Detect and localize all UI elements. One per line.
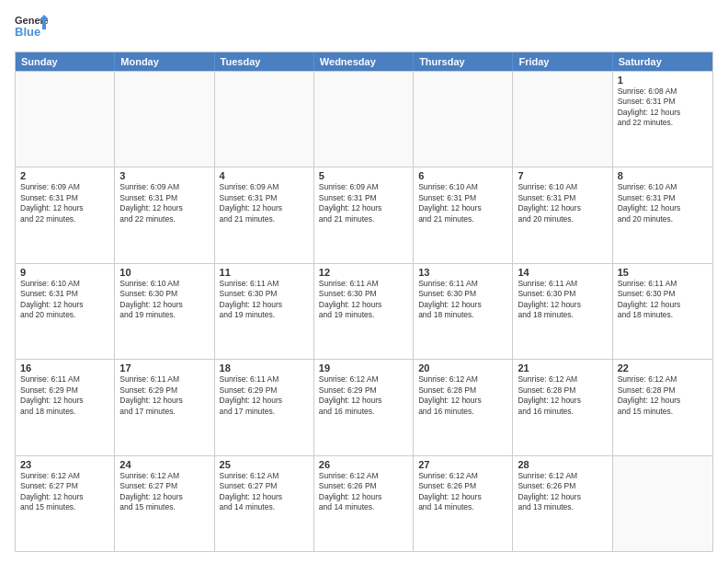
logo: General Blue [15, 11, 48, 44]
day-cell-26: 26Sunrise: 6:12 AM Sunset: 6:26 PM Dayli… [314, 456, 414, 551]
day-cell-16: 16Sunrise: 6:11 AM Sunset: 6:29 PM Dayli… [16, 360, 115, 454]
day-info: Sunrise: 6:09 AM Sunset: 6:31 PM Dayligh… [319, 182, 408, 224]
day-header-thursday: Thursday [414, 52, 513, 71]
logo-svg: General Blue [15, 11, 48, 44]
day-number: 20 [418, 362, 507, 373]
day-number: 12 [319, 267, 408, 278]
day-cell-12: 12Sunrise: 6:11 AM Sunset: 6:30 PM Dayli… [314, 264, 414, 359]
day-info: Sunrise: 6:11 AM Sunset: 6:30 PM Dayligh… [418, 279, 507, 321]
day-number: 2 [20, 170, 109, 181]
day-info: Sunrise: 6:10 AM Sunset: 6:31 PM Dayligh… [418, 182, 507, 224]
day-info: Sunrise: 6:11 AM Sunset: 6:30 PM Dayligh… [220, 279, 309, 321]
day-cell-14: 14Sunrise: 6:11 AM Sunset: 6:30 PM Dayli… [513, 264, 612, 359]
day-info: Sunrise: 6:12 AM Sunset: 6:28 PM Dayligh… [418, 374, 507, 417]
day-cell-21: 21Sunrise: 6:12 AM Sunset: 6:28 PM Dayli… [513, 360, 612, 454]
day-cell-23: 23Sunrise: 6:12 AM Sunset: 6:27 PM Dayli… [16, 456, 115, 551]
day-cell-15: 15Sunrise: 6:11 AM Sunset: 6:30 PM Dayli… [613, 264, 712, 359]
week-row-2: 2Sunrise: 6:09 AM Sunset: 6:31 PM Daylig… [16, 167, 712, 262]
day-number: 23 [20, 459, 109, 470]
day-info: Sunrise: 6:11 AM Sunset: 6:30 PM Dayligh… [518, 279, 607, 321]
day-cell-22: 22Sunrise: 6:12 AM Sunset: 6:28 PM Dayli… [613, 360, 712, 454]
day-cell-17: 17Sunrise: 6:11 AM Sunset: 6:29 PM Dayli… [115, 360, 214, 454]
day-number: 6 [418, 170, 507, 181]
day-cell-28: 28Sunrise: 6:12 AM Sunset: 6:26 PM Dayli… [513, 456, 612, 551]
day-info: Sunrise: 6:10 AM Sunset: 6:31 PM Dayligh… [20, 279, 109, 321]
day-cell-empty [613, 456, 712, 551]
day-cell-11: 11Sunrise: 6:11 AM Sunset: 6:30 PM Dayli… [215, 264, 314, 359]
day-number: 17 [119, 362, 209, 373]
day-info: Sunrise: 6:12 AM Sunset: 6:29 PM Dayligh… [319, 374, 408, 417]
day-cell-9: 9Sunrise: 6:10 AM Sunset: 6:31 PM Daylig… [16, 264, 115, 359]
day-info: Sunrise: 6:11 AM Sunset: 6:29 PM Dayligh… [220, 374, 309, 417]
day-header-tuesday: Tuesday [215, 52, 314, 71]
day-info: Sunrise: 6:12 AM Sunset: 6:27 PM Dayligh… [220, 471, 309, 513]
day-info: Sunrise: 6:12 AM Sunset: 6:28 PM Dayligh… [518, 374, 607, 417]
day-number: 25 [220, 459, 309, 470]
day-cell-4: 4Sunrise: 6:09 AM Sunset: 6:31 PM Daylig… [215, 167, 314, 262]
day-cell-1: 1Sunrise: 6:08 AM Sunset: 6:31 PM Daylig… [613, 72, 712, 167]
day-cell-2: 2Sunrise: 6:09 AM Sunset: 6:31 PM Daylig… [16, 167, 115, 262]
day-header-friday: Friday [513, 52, 612, 71]
day-cell-7: 7Sunrise: 6:10 AM Sunset: 6:31 PM Daylig… [513, 167, 612, 262]
day-cell-8: 8Sunrise: 6:10 AM Sunset: 6:31 PM Daylig… [613, 167, 712, 262]
day-header-monday: Monday [115, 52, 214, 71]
day-header-sunday: Sunday [16, 52, 115, 71]
day-number: 11 [220, 267, 309, 278]
day-info: Sunrise: 6:12 AM Sunset: 6:26 PM Dayligh… [418, 471, 507, 513]
day-cell-10: 10Sunrise: 6:10 AM Sunset: 6:30 PM Dayli… [115, 264, 214, 359]
day-info: Sunrise: 6:12 AM Sunset: 6:28 PM Dayligh… [618, 374, 708, 417]
calendar-body: 1Sunrise: 6:08 AM Sunset: 6:31 PM Daylig… [16, 71, 712, 551]
day-info: Sunrise: 6:12 AM Sunset: 6:26 PM Dayligh… [518, 471, 607, 513]
day-info: Sunrise: 6:09 AM Sunset: 6:31 PM Dayligh… [119, 182, 209, 224]
week-row-5: 23Sunrise: 6:12 AM Sunset: 6:27 PM Dayli… [16, 455, 712, 551]
day-info: Sunrise: 6:10 AM Sunset: 6:31 PM Dayligh… [518, 182, 607, 224]
day-header-saturday: Saturday [613, 52, 712, 71]
day-info: Sunrise: 6:11 AM Sunset: 6:30 PM Dayligh… [618, 279, 708, 321]
day-cell-empty [513, 72, 612, 167]
day-cell-6: 6Sunrise: 6:10 AM Sunset: 6:31 PM Daylig… [414, 167, 513, 262]
day-cell-5: 5Sunrise: 6:09 AM Sunset: 6:31 PM Daylig… [314, 167, 414, 262]
day-info: Sunrise: 6:10 AM Sunset: 6:31 PM Dayligh… [618, 182, 708, 224]
day-cell-25: 25Sunrise: 6:12 AM Sunset: 6:27 PM Dayli… [215, 456, 314, 551]
day-number: 18 [220, 362, 309, 373]
day-cell-24: 24Sunrise: 6:12 AM Sunset: 6:27 PM Dayli… [115, 456, 214, 551]
day-info: Sunrise: 6:12 AM Sunset: 6:27 PM Dayligh… [119, 471, 209, 513]
day-cell-empty [414, 72, 513, 167]
day-info: Sunrise: 6:11 AM Sunset: 6:30 PM Dayligh… [319, 279, 408, 321]
day-info: Sunrise: 6:09 AM Sunset: 6:31 PM Dayligh… [20, 182, 109, 224]
day-number: 13 [418, 267, 507, 278]
calendar-page: General Blue SundayMondayTuesdayWednesda… [0, 0, 728, 563]
day-cell-20: 20Sunrise: 6:12 AM Sunset: 6:28 PM Dayli… [414, 360, 513, 454]
day-number: 8 [618, 170, 708, 181]
day-cell-empty [115, 72, 214, 167]
day-info: Sunrise: 6:12 AM Sunset: 6:26 PM Dayligh… [319, 471, 408, 513]
day-cell-empty [215, 72, 314, 167]
day-header-wednesday: Wednesday [314, 52, 414, 71]
day-number: 19 [319, 362, 408, 373]
day-number: 5 [319, 170, 408, 181]
day-cell-19: 19Sunrise: 6:12 AM Sunset: 6:29 PM Dayli… [314, 360, 414, 454]
day-number: 28 [518, 459, 607, 470]
header: General Blue [15, 11, 713, 44]
svg-text:Blue: Blue [15, 25, 40, 39]
day-number: 14 [518, 267, 607, 278]
week-row-3: 9Sunrise: 6:10 AM Sunset: 6:31 PM Daylig… [16, 263, 712, 359]
day-info: Sunrise: 6:11 AM Sunset: 6:29 PM Dayligh… [119, 374, 209, 417]
day-info: Sunrise: 6:09 AM Sunset: 6:31 PM Dayligh… [220, 182, 309, 224]
day-info: Sunrise: 6:11 AM Sunset: 6:29 PM Dayligh… [20, 374, 109, 417]
day-cell-empty [314, 72, 414, 167]
day-info: Sunrise: 6:08 AM Sunset: 6:31 PM Dayligh… [618, 86, 708, 129]
day-number: 21 [518, 362, 607, 373]
day-number: 26 [319, 459, 408, 470]
day-number: 15 [618, 267, 708, 278]
day-number: 24 [119, 459, 209, 470]
day-number: 7 [518, 170, 607, 181]
day-cell-18: 18Sunrise: 6:11 AM Sunset: 6:29 PM Dayli… [215, 360, 314, 454]
day-cell-empty [16, 72, 115, 167]
day-number: 27 [418, 459, 507, 470]
day-info: Sunrise: 6:10 AM Sunset: 6:30 PM Dayligh… [119, 279, 209, 321]
day-number: 3 [119, 170, 209, 181]
week-row-4: 16Sunrise: 6:11 AM Sunset: 6:29 PM Dayli… [16, 359, 712, 454]
week-row-1: 1Sunrise: 6:08 AM Sunset: 6:31 PM Daylig… [16, 71, 712, 167]
day-number: 4 [220, 170, 309, 181]
